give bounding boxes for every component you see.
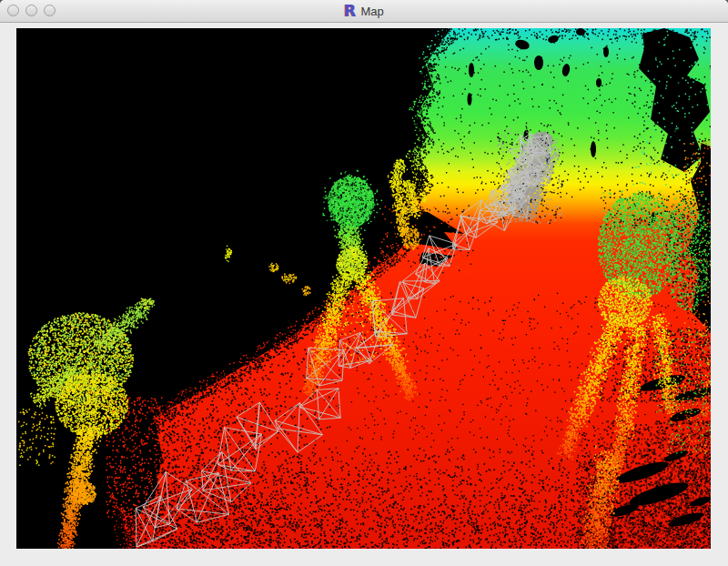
titlebar: R Map [0,0,728,23]
minimize-button[interactable] [25,5,37,16]
close-button[interactable] [7,5,19,16]
map-3d-viewport[interactable] [16,28,711,549]
app-icon-r: R [344,4,356,19]
window-controls [7,5,56,16]
rtabmap-window: R Map [0,0,728,566]
window-content [0,23,728,549]
window-title: R Map [344,4,383,19]
window-title-text: Map [360,5,383,18]
zoom-button[interactable] [44,5,56,16]
